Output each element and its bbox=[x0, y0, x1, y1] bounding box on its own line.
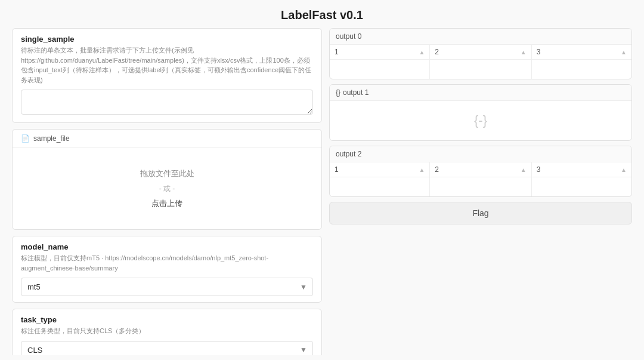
output0-table: 1 ▲ 2 ▲ 3 bbox=[330, 45, 631, 79]
drop-zone[interactable]: 拖放文件至此处 - 或 - 点击上传 bbox=[13, 148, 321, 229]
output2-col1-sort-icon[interactable]: ▲ bbox=[419, 167, 425, 173]
output2-table: 1 ▲ 2 ▲ 3 bbox=[330, 162, 631, 196]
single-sample-desc: 待标注的单条文本，批量标注需求请于下方上传文件(示例见https://githu… bbox=[21, 45, 313, 85]
output2-section: output 2 1 ▲ 2 ▲ bbox=[329, 146, 632, 197]
model-name-desc: 标注模型，目前仅支持mT5 · https://modelscope.cn/mo… bbox=[21, 253, 313, 273]
model-name-section: model_name 标注模型，目前仅支持mT5 · https://model… bbox=[12, 236, 322, 303]
output2-empty-row bbox=[330, 177, 631, 197]
single-sample-title: single_sample bbox=[21, 35, 313, 44]
output0-col3-sort-icon[interactable]: ▲ bbox=[621, 49, 627, 56]
task-type-desc: 标注任务类型，目前只支持CLS（多分类） bbox=[21, 326, 313, 336]
file-icon: 📄 bbox=[21, 134, 30, 143]
output2-col2-sort-icon[interactable]: ▲ bbox=[521, 167, 527, 173]
output2-col1-header[interactable]: 1 ▲ bbox=[330, 162, 430, 177]
or-text: - 或 - bbox=[21, 181, 313, 196]
task-type-section: task_type 标注任务类型，目前只支持CLS（多分类） CLS ▼ bbox=[12, 309, 322, 355]
output0-empty-row bbox=[330, 60, 631, 79]
output1-body: {-} bbox=[330, 101, 631, 140]
task-type-title: task_type bbox=[21, 315, 313, 324]
output1-section: {} output 1 {-} bbox=[329, 84, 632, 141]
output0-col1-sort-icon[interactable]: ▲ bbox=[419, 49, 425, 56]
output2-label: output 2 bbox=[330, 146, 631, 162]
task-type-select[interactable]: CLS bbox=[21, 341, 313, 356]
output0-section: output 0 1 ▲ 2 ▲ bbox=[329, 28, 632, 79]
output0-col2-header[interactable]: 2 ▲ bbox=[430, 45, 531, 60]
left-panel: single_sample 待标注的单条文本，批量标注需求请于下方上传文件(示例… bbox=[12, 28, 322, 343]
file-tab-label: sample_file bbox=[33, 134, 70, 143]
output1-prefix-icon: {} bbox=[336, 88, 340, 97]
output1-json-display: {-} bbox=[474, 113, 487, 128]
model-name-title: model_name bbox=[21, 242, 313, 251]
output2-col2-header[interactable]: 2 ▲ bbox=[430, 162, 531, 177]
drop-text: 拖放文件至此处 bbox=[21, 166, 313, 181]
single-sample-input[interactable] bbox=[21, 90, 313, 115]
output0-col3-header[interactable]: 3 ▲ bbox=[531, 45, 631, 60]
output1-label: {} output 1 bbox=[330, 85, 631, 101]
app-title: LabelFast v0.1 bbox=[0, 0, 644, 28]
output0-col1-header[interactable]: 1 ▲ bbox=[330, 45, 430, 60]
output2-col3-sort-icon[interactable]: ▲ bbox=[621, 167, 627, 173]
model-name-select[interactable]: mt5 bbox=[21, 278, 313, 296]
file-upload-section: 📄 sample_file 拖放文件至此处 - 或 - 点击上传 bbox=[12, 129, 322, 230]
output0-col2-sort-icon[interactable]: ▲ bbox=[521, 49, 527, 56]
task-type-dropdown-wrapper: CLS ▼ bbox=[21, 341, 313, 356]
click-upload-text: 点击上传 bbox=[21, 196, 313, 211]
output2-col3-header[interactable]: 3 ▲ bbox=[531, 162, 631, 177]
file-tab[interactable]: 📄 sample_file bbox=[13, 130, 321, 148]
flag-button[interactable]: Flag bbox=[329, 202, 632, 224]
model-name-dropdown-wrapper: mt5 ▼ bbox=[21, 278, 313, 296]
single-sample-section: single_sample 待标注的单条文本，批量标注需求请于下方上传文件(示例… bbox=[12, 28, 322, 123]
right-panel: output 0 1 ▲ 2 ▲ bbox=[329, 28, 632, 343]
output0-label: output 0 bbox=[330, 29, 631, 45]
